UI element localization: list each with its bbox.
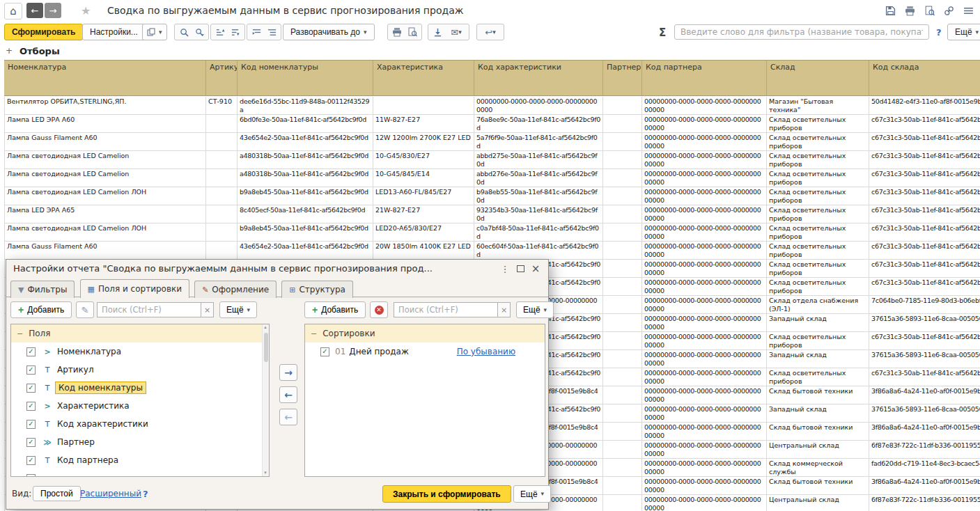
dialog-close-button[interactable]: × (529, 262, 543, 275)
back-button[interactable]: ← (26, 3, 43, 18)
move-all-from-sorting-button[interactable]: ← (279, 409, 297, 425)
save-icon[interactable] (884, 4, 896, 17)
dialog-maximize-button[interactable] (513, 262, 527, 275)
sorting-add-button[interactable]: +Добавить (304, 301, 366, 318)
fields-edit-button[interactable]: ✎ (76, 301, 94, 318)
scroll-up-icon[interactable]: ▴ (263, 324, 268, 331)
table-row[interactable]: Лампа LED ЭРА A658c405ecf-50aa-11ef-841c… (4, 205, 980, 223)
column-header[interactable]: Партнер (603, 61, 642, 95)
tab-structure[interactable]: ⊞Структура (281, 281, 353, 298)
tab-filters[interactable]: ▼Фильтры (10, 281, 75, 298)
expand-levels-icon[interactable] (265, 25, 279, 39)
field-item[interactable]: ✓≫Партнер (11, 433, 269, 451)
field-item[interactable]: ✓ (11, 469, 269, 477)
field-label[interactable]: Код номенклатуры (55, 382, 146, 394)
sorting-group-row[interactable]: − Сортировки (305, 324, 545, 343)
tab-appearance[interactable]: ✎Оформление (194, 281, 277, 298)
help-link[interactable]: ? (936, 27, 942, 38)
checkbox[interactable]: ✓ (26, 438, 36, 447)
table-row[interactable]: Лампа светодиодная LED Cameliona480318b-… (4, 151, 980, 169)
move-to-sorting-button[interactable]: → (279, 364, 297, 381)
sort-field-label[interactable]: Дней продаж (349, 347, 408, 356)
fields-group-row[interactable]: − Поля (11, 324, 269, 343)
table-row[interactable]: Вентилятор ОРБИТА,STERLING,ЯП.СТ-910dee6… (4, 97, 980, 115)
fields-search-input[interactable] (97, 302, 201, 317)
print-preview-icon[interactable] (405, 25, 419, 39)
filter-input[interactable] (674, 24, 929, 40)
field-label[interactable]: Артикул (57, 365, 94, 375)
print-icon[interactable] (390, 25, 404, 39)
collapse-levels-icon[interactable] (249, 25, 263, 39)
field-item[interactable]: ✓TКод номенклатуры (11, 379, 269, 397)
sort-ascending-icon[interactable] (213, 25, 227, 39)
clear-search-icon[interactable]: × (498, 302, 511, 317)
field-item[interactable]: ✓>Номенклатура (11, 343, 269, 361)
email-button[interactable]: ✉▾ (446, 25, 467, 39)
checkbox[interactable]: ✓ (26, 402, 36, 411)
sort-direction-link[interactable]: По убыванию (457, 347, 515, 356)
scrollbar-thumb[interactable] (264, 333, 268, 362)
sort-descending-icon[interactable] (228, 25, 242, 39)
sorting-item[interactable]: ✓01Дней продажПо убыванию (305, 343, 545, 361)
tab-fields-and-sorting[interactable]: ▦Поля и сортировки (80, 279, 190, 298)
search-next-icon[interactable] (192, 25, 206, 39)
scroll-down-icon[interactable]: ▾ (263, 470, 268, 476)
checkbox[interactable]: ✓ (26, 474, 36, 478)
sorting-search-input[interactable] (394, 302, 498, 317)
column-header[interactable]: Код характеристики (474, 61, 603, 95)
search-icon[interactable] (177, 25, 191, 39)
field-item[interactable]: ✓TАртикул (11, 361, 269, 379)
field-label[interactable]: Номенклатура (57, 347, 121, 356)
column-header[interactable]: Номенклатура (4, 61, 206, 95)
column-header[interactable]: Код склада (869, 61, 980, 95)
checkbox[interactable]: ✓ (26, 420, 36, 429)
link-icon[interactable] (942, 4, 955, 17)
move-from-sorting-button[interactable]: ← (279, 386, 297, 403)
close-and-generate-button[interactable]: Закрыть и сформировать (382, 485, 511, 503)
field-item[interactable]: ✓>Характеристика (11, 397, 269, 415)
preview-icon[interactable] (923, 4, 935, 17)
sum-icon[interactable]: Σ (659, 26, 666, 39)
fields-scrollbar[interactable]: ▴ ▾ (262, 324, 269, 476)
sorting-delete-button[interactable]: ✕ (370, 301, 388, 318)
forward-button[interactable]: → (45, 3, 61, 18)
download-icon[interactable] (430, 25, 444, 39)
print-icon[interactable] (903, 4, 916, 17)
expand-plus-icon[interactable]: + (6, 46, 13, 56)
field-item[interactable]: ✓TКод партнера (11, 451, 269, 469)
table-row[interactable]: Лампа светодиодная LED Camelion ЛОНb9a8e… (4, 187, 980, 205)
column-header[interactable]: Склад (767, 61, 869, 95)
collapse-minus-icon[interactable]: − (311, 329, 317, 338)
field-label[interactable]: Характеристика (57, 401, 130, 411)
favorite-star-icon[interactable]: ★ (81, 4, 91, 17)
view-simple-button[interactable]: Простой (33, 486, 81, 501)
collapse-minus-icon[interactable]: − (17, 329, 23, 338)
column-header[interactable]: Код партнера (642, 61, 767, 95)
table-row[interactable]: Лампа Gauss Filament A6043e654e2-50aa-11… (4, 133, 980, 151)
column-header[interactable]: Код номенклатуры (238, 61, 373, 95)
send-button[interactable]: ↩▾ (479, 25, 501, 39)
settings-variants-button[interactable]: ▾ (142, 24, 167, 40)
fields-add-button[interactable]: +Добавить (10, 301, 72, 318)
checkbox[interactable]: ✓ (26, 384, 36, 393)
dialog-more-button[interactable]: Ещё▾ (513, 485, 551, 503)
more-button[interactable]: Ещё▾ (947, 24, 980, 40)
table-row[interactable]: Лампа светодиодная LED Cameliona480318b-… (4, 169, 980, 187)
dialog-menu-button[interactable]: ⋮ (498, 262, 512, 275)
field-label[interactable]: Код характеристики (57, 419, 148, 429)
table-row[interactable]: Лампа LED ЭРА A606bd0fe3e-50aa-11ef-841c… (4, 115, 980, 133)
expand-to-button[interactable]: Разворачивать до▾ (283, 24, 375, 40)
table-row[interactable]: Лампа Gauss Filament A6043e654e2-50aa-11… (4, 242, 980, 260)
field-label[interactable]: Код партнера (57, 455, 118, 465)
column-header[interactable]: Артикул (206, 61, 238, 95)
view-advanced-link[interactable]: Расширенный (80, 489, 141, 498)
home-button[interactable]: ⌂ (4, 3, 22, 19)
help-link[interactable]: ? (143, 489, 148, 499)
sorting-more-button[interactable]: Ещё▾ (516, 301, 554, 318)
clear-search-icon[interactable]: × (201, 302, 214, 317)
settings-button[interactable]: Настройки... (82, 24, 146, 40)
menu-icon[interactable] (962, 4, 974, 17)
generate-button[interactable]: Сформировать (4, 24, 83, 40)
field-label[interactable]: Партнер (57, 437, 95, 447)
field-item[interactable]: ✓TКод характеристики (11, 415, 269, 433)
